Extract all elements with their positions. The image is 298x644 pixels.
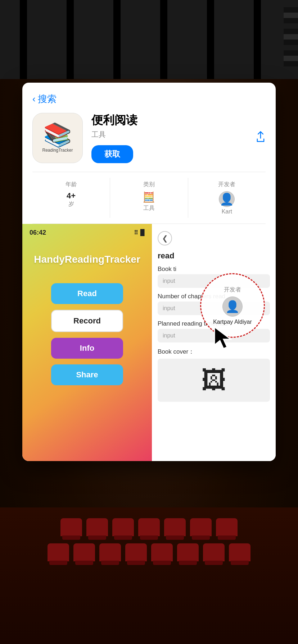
seat [99,543,121,561]
phone-screenshot-left: 06:42 ⠿ ▉ HandyReadingTracker Read Recor… [22,224,152,461]
seat [164,518,186,536]
back-chevron-icon: ‹ [32,93,36,105]
developer-avatar: 👤 [222,296,243,317]
app-category: 工具 [91,130,244,139]
phone-status-bar: 06:42 ⠿ ▉ [22,224,152,239]
developer-avatar-small: 👤 [219,191,235,207]
phone-share-button[interactable]: Share [51,364,123,385]
card-content: ‹ 搜索 📚 ReadingTracker 便利阅读 工具 获取 年龄 [22,83,276,224]
app-header-info: 便利阅读 工具 获取 [91,112,244,163]
meta-row: 年龄 4+ 岁 类别 🧮 工具 开发者 👤 Kart [32,172,266,224]
seat-row-2 [0,543,298,561]
phone-app-title: HandyReadingTracker [22,254,152,265]
phone-record-button[interactable]: Record [51,310,123,332]
seat [86,518,108,536]
app-icon-label: ReadingTracker [42,148,73,153]
app-header: 📚 ReadingTracker 便利阅读 工具 获取 [32,112,266,163]
cinema-seats [0,507,298,644]
phone-status-right: ⠿ ▉ [134,229,145,236]
seat-row-1 [0,518,298,536]
book-title-label: Book ti [158,266,270,273]
wifi-icon: ⠿ [134,229,138,236]
app-detail-card: ‹ 搜索 📚 ReadingTracker 便利阅读 工具 获取 年龄 [22,83,276,461]
app-icon: 📚 ReadingTracker [32,113,83,163]
meta-age-label: 年龄 [32,181,110,188]
cover-image-box: 🖼 [158,359,270,402]
right-read-label: read [158,251,270,261]
meta-category-label: 类别 [110,181,188,188]
meta-category-value: 工具 [110,204,188,212]
phone-read-button[interactable]: Read [51,283,123,304]
meta-age-value: 4+ [32,191,110,201]
cursor-arrow [211,323,240,352]
seat [229,543,250,561]
developer-overlay-label: 开发者 [224,286,241,294]
seat [151,543,173,561]
seat [190,518,212,536]
right-back-button[interactable]: ❮ [158,231,172,245]
seat [112,518,134,536]
seat [177,543,199,561]
person-icon-large: 👤 [225,300,240,313]
get-button[interactable]: 获取 [91,145,133,163]
phone-time: 06:42 [30,229,46,236]
film-strip-top [0,0,298,79]
battery-icon: ▉ [140,229,145,236]
calculator-icon: 🧮 [110,191,188,203]
meta-developer-short: Kart [188,208,266,215]
seat [203,543,225,561]
seat [48,543,69,561]
back-row: ‹ 搜索 [32,93,266,105]
meta-category: 类别 🧮 工具 [110,178,188,218]
back-label[interactable]: 搜索 [38,93,57,105]
seat [73,543,95,561]
meta-age-sub: 岁 [32,201,110,208]
meta-developer: 开发者 👤 Kart [188,178,266,218]
seat [138,518,160,536]
left-chevron-icon: ❮ [162,234,168,243]
meta-developer-label: 开发者 [188,181,266,188]
app-name: 便利阅读 [91,112,244,128]
phone-info-button[interactable]: Info [51,338,123,359]
meta-age: 年龄 4+ 岁 [32,178,110,218]
svg-marker-0 [215,327,231,349]
person-icon: 👤 [220,192,234,206]
app-icon-books: 📚 [43,123,72,146]
seat [60,518,82,536]
seat [216,518,238,536]
share-button[interactable] [256,131,266,145]
seat [125,543,147,561]
image-placeholder-icon: 🖼 [201,366,226,395]
